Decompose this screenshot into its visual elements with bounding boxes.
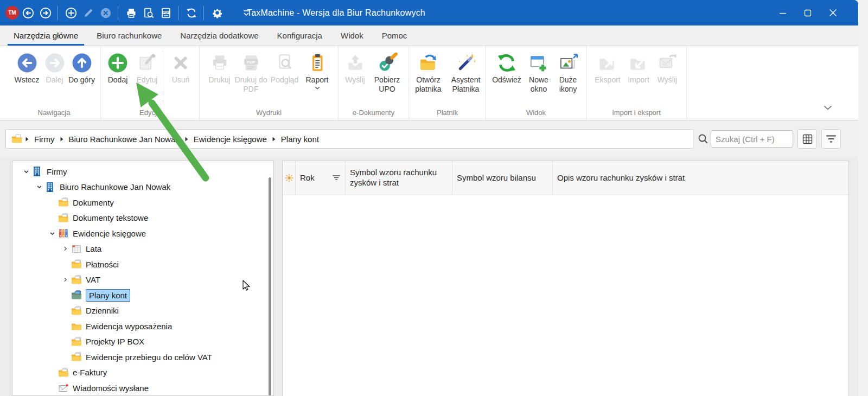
tab-konfiguracja[interactable]: Konfiguracja bbox=[268, 25, 331, 46]
breadcrumb[interactable]: Firmy Biuro Rachunkowe Jan Nowak Ewidenc… bbox=[5, 129, 693, 149]
table-header-row: Rok Symbol wzoru rachunku zysków i strat… bbox=[283, 161, 848, 195]
ribbon-group-nawigacja: Wstecz Dalej Do góry Nawigacja bbox=[8, 46, 101, 120]
app-window: TM PDF TaxMachine - Wersja dla Biur Rach… bbox=[0, 0, 858, 396]
window-title: TaxMachine - Wersja dla Biur Rachunkowyc… bbox=[247, 0, 425, 25]
chevron-expanded-icon[interactable] bbox=[33, 184, 45, 190]
minimize-button[interactable] bbox=[770, 0, 795, 25]
chevron-expanded-icon[interactable] bbox=[20, 169, 32, 175]
refresh-icon[interactable] bbox=[183, 5, 200, 21]
wyslij-edok-button[interactable]: Wyślij bbox=[342, 49, 369, 85]
usun-button[interactable]: Usuń bbox=[164, 49, 197, 85]
tree-item-biuro-rachunkowe[interactable]: Biuro Rachunkowe Jan Nowak bbox=[12, 180, 273, 195]
table-header-rok[interactable]: Rok bbox=[296, 161, 346, 195]
tree-item-ewidencja-wyposazenia[interactable]: Ewidencja wyposażenia bbox=[12, 318, 273, 334]
raport-button[interactable]: Raport bbox=[302, 49, 333, 90]
folder-documents-icon bbox=[71, 275, 82, 285]
chevron-collapsed-icon[interactable] bbox=[59, 277, 71, 283]
breadcrumb-item-plany-kont[interactable]: Plany kont bbox=[281, 135, 319, 144]
odswiez-button[interactable]: Odśwież bbox=[489, 49, 524, 85]
tree-item-plany-kont[interactable]: Plany kont bbox=[12, 288, 273, 303]
collapse-ribbon-chevron-icon[interactable] bbox=[824, 103, 832, 112]
edytuj-button[interactable]: Edytuj bbox=[132, 49, 162, 85]
print-icon[interactable] bbox=[123, 5, 139, 21]
tree-scrollbar-thumb[interactable] bbox=[269, 177, 271, 395]
ribbon-tab-bar: Narzędzia główne Biuro rachunkowe Narzęd… bbox=[0, 25, 858, 46]
maximize-button[interactable] bbox=[795, 0, 820, 25]
tree-item-vat[interactable]: VAT bbox=[12, 272, 273, 288]
building-icon bbox=[45, 182, 56, 193]
tree-item-platnosci[interactable]: Płatności bbox=[12, 257, 273, 272]
navigation-tree: Firmy Biuro Rachunkowe Jan Nowak Dokumen… bbox=[12, 161, 274, 396]
selected-tree-label: Plany kont bbox=[86, 289, 130, 302]
breadcrumb-item-biuro[interactable]: Biuro Rachunkowe Jan Nowak bbox=[69, 135, 180, 144]
asystent-platnika-button[interactable]: Asystent Płatnika bbox=[447, 49, 485, 94]
group-label: Płatnik bbox=[409, 108, 486, 117]
folder-documents-icon bbox=[71, 259, 82, 269]
dalej-button[interactable]: Dalej bbox=[42, 49, 67, 85]
drukuj-button[interactable]: Drukuj bbox=[205, 49, 234, 85]
send-tray-icon bbox=[345, 52, 366, 74]
filter-button[interactable] bbox=[821, 129, 841, 149]
tab-narzedzia-dodatkowe[interactable]: Narzędzia dodatkowe bbox=[171, 25, 267, 46]
tab-narzedzia-glowne[interactable]: Narzędzia główne bbox=[4, 25, 87, 46]
tab-biuro-rachunkowe[interactable]: Biuro rachunkowe bbox=[87, 25, 171, 46]
group-label: Wydruki bbox=[200, 108, 338, 117]
print-preview-icon[interactable] bbox=[141, 5, 157, 21]
tree-item-e-faktury[interactable]: e-Faktury bbox=[12, 365, 273, 381]
otworz-platnika-button[interactable]: Otwórz płatnika bbox=[410, 49, 447, 94]
toolbar-separator bbox=[118, 6, 118, 20]
wyslij-import-button[interactable]: Wyślij bbox=[653, 49, 681, 85]
drukuj-do-pdf-button[interactable]: PDF Drukuj do PDF bbox=[234, 49, 268, 94]
chevron-collapsed-icon[interactable] bbox=[59, 246, 71, 252]
tree-item-dzienniki[interactable]: Dzienniki bbox=[12, 303, 273, 319]
close-button[interactable] bbox=[820, 0, 845, 25]
folder-documents-icon bbox=[58, 368, 69, 378]
tab-widok[interactable]: Widok bbox=[331, 25, 373, 46]
table-header-opis-rzis[interactable]: Opis wzoru rachunku zysków i strat bbox=[553, 161, 848, 195]
pobierz-upo-button[interactable]: Pobierz UPO bbox=[369, 49, 406, 94]
eksport-button[interactable]: Eksport bbox=[591, 49, 624, 85]
dropdown-chevron-icon bbox=[315, 86, 320, 90]
preview-magnifier-icon bbox=[275, 52, 295, 74]
import-button[interactable]: Import bbox=[624, 49, 653, 85]
breadcrumb-item-firmy[interactable]: Firmy bbox=[34, 135, 55, 144]
svg-text:PDF: PDF bbox=[163, 11, 169, 14]
duze-ikony-button[interactable]: Duże ikony bbox=[553, 49, 583, 94]
sort-icon bbox=[332, 174, 341, 182]
do-gory-button[interactable]: Do góry bbox=[67, 49, 97, 85]
title-bar: TM PDF TaxMachine - Wersja dla Biur Rach… bbox=[0, 0, 858, 25]
search-input[interactable] bbox=[711, 130, 793, 148]
grid-view-button[interactable] bbox=[797, 129, 817, 149]
tree-item-ewidencje-przebiegu[interactable]: Ewidencje przebiegu do celów VAT bbox=[12, 349, 273, 365]
tree-item-dokumenty[interactable]: Dokumenty bbox=[12, 195, 273, 210]
pdf-file-icon: PDF bbox=[241, 52, 261, 74]
back-icon[interactable] bbox=[20, 5, 36, 21]
table-header-symbol-rzis[interactable]: Symbol wzoru rachunku zysków i strat bbox=[346, 161, 452, 195]
tree-item-projekty-ip-box[interactable]: Projekty IP BOX bbox=[12, 334, 273, 350]
pdf-icon[interactable]: PDF bbox=[158, 5, 174, 21]
edit-pencil-icon[interactable] bbox=[80, 5, 97, 21]
nowe-okno-button[interactable]: Nowe okno bbox=[524, 49, 553, 94]
wstecz-button[interactable]: Wstecz bbox=[12, 49, 42, 85]
delete-icon[interactable] bbox=[98, 5, 114, 21]
forward-icon[interactable] bbox=[37, 5, 54, 21]
add-icon[interactable] bbox=[63, 5, 79, 21]
group-label: Nawigacja bbox=[8, 108, 100, 117]
tab-pomoc[interactable]: Pomoc bbox=[373, 25, 417, 46]
settings-gear-icon[interactable] bbox=[209, 5, 225, 21]
podglad-button[interactable]: Podgląd bbox=[268, 49, 302, 85]
forward-circle-icon bbox=[44, 52, 65, 74]
tree-item-lata[interactable]: Lata bbox=[12, 241, 273, 257]
chevron-expanded-icon[interactable] bbox=[46, 231, 58, 237]
folder-refresh-icon bbox=[418, 52, 439, 74]
table-header-flag-column[interactable] bbox=[283, 161, 296, 195]
refresh-green-icon bbox=[496, 52, 518, 74]
table-header-symbol-bilansu[interactable]: Symbol wzoru bilansu bbox=[452, 161, 553, 195]
tree-item-firmy[interactable]: Firmy bbox=[12, 164, 273, 180]
tree-item-dokumenty-tekstowe[interactable]: Dokumenty tekstowe bbox=[12, 210, 273, 226]
printer-icon bbox=[209, 52, 230, 74]
dodaj-button[interactable]: Dodaj bbox=[103, 49, 132, 85]
tree-item-ewidencje-ksiegowe[interactable]: Ewidencje księgowe bbox=[12, 226, 273, 241]
tree-item-wiadomosci-wyslane[interactable]: Wiadomości wysłane bbox=[12, 380, 273, 396]
breadcrumb-item-ewidencje[interactable]: Ewidencje księgowe bbox=[194, 135, 267, 144]
